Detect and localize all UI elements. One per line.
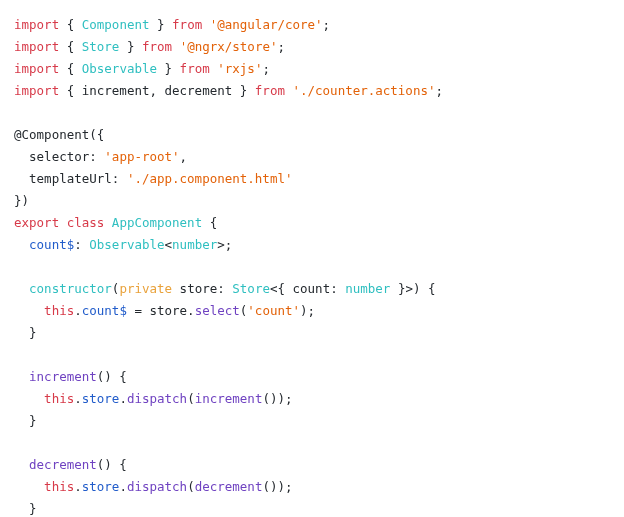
decorator: @Component({ (14, 127, 104, 142)
keyword: export (14, 215, 59, 230)
type: Component (82, 17, 150, 32)
brace-close: } (14, 501, 37, 516)
gt: >; (217, 237, 232, 252)
end: ()); (262, 479, 292, 494)
semicolon: ; (262, 61, 270, 76)
brace-open: { (67, 39, 82, 54)
end: ()); (262, 391, 292, 406)
keyword: from (180, 61, 210, 76)
keyword: import (14, 39, 59, 54)
dot: . (74, 479, 82, 494)
constructor: constructor (29, 281, 112, 296)
dot: . (119, 479, 127, 494)
member: count$ (29, 237, 74, 252)
brace-open: { (67, 17, 82, 32)
paren-brace: () { (97, 457, 127, 472)
brace: { (202, 215, 217, 230)
semicolon: ; (277, 39, 285, 54)
keyword: from (142, 39, 172, 54)
keyword: from (255, 83, 285, 98)
end: ); (300, 303, 315, 318)
semicolon: ; (323, 17, 331, 32)
paren-brace: () { (97, 369, 127, 384)
modifier: private (119, 281, 172, 296)
assign: = store. (127, 303, 195, 318)
dot: . (119, 391, 127, 406)
colon: : (74, 237, 89, 252)
string: './app.component.html' (127, 171, 293, 186)
member: store (82, 479, 120, 494)
property-key: selector: (14, 149, 97, 164)
method-call: dispatch (127, 391, 187, 406)
keyword: from (172, 17, 202, 32)
comma: , (180, 149, 188, 164)
string: '@ngrx/store' (180, 39, 278, 54)
lt: < (165, 237, 173, 252)
method-call: select (195, 303, 240, 318)
space (172, 281, 180, 296)
paren: ( (187, 479, 195, 494)
keyword: this (44, 479, 74, 494)
string: 'app-root' (104, 149, 179, 164)
brace-close: } (149, 17, 164, 32)
brace-close: } (119, 39, 134, 54)
keyword: this (44, 391, 74, 406)
string: '@angular/core' (210, 17, 323, 32)
colon: : (217, 281, 232, 296)
member: count$ (82, 303, 127, 318)
brace-close: } (14, 325, 37, 340)
string: 'rxjs' (217, 61, 262, 76)
method-name: decrement (29, 457, 97, 472)
decorator-close: }) (14, 193, 29, 208)
type: number (345, 281, 390, 296)
keyword: this (44, 303, 74, 318)
member: store (82, 391, 120, 406)
type: Store (82, 39, 120, 54)
type: Observable (82, 61, 157, 76)
brace-close: } (14, 413, 37, 428)
fn-call: increment (195, 391, 263, 406)
keyword: class (67, 215, 105, 230)
string: './counter.actions' (292, 83, 435, 98)
type: number (172, 237, 217, 252)
keyword: import (14, 17, 59, 32)
keyword: import (14, 83, 59, 98)
method-name: increment (29, 369, 97, 384)
brace-open: { (67, 61, 82, 76)
type: Store (232, 281, 270, 296)
paren: ( (187, 391, 195, 406)
paren-brace: ) { (413, 281, 436, 296)
fn-call: decrement (195, 479, 263, 494)
gt: }> (390, 281, 413, 296)
lt: <{ count: (270, 281, 345, 296)
dot: . (74, 303, 82, 318)
brace-close: } (157, 61, 172, 76)
string: 'count' (247, 303, 300, 318)
code-block: import { Component } from '@angular/core… (14, 14, 610, 517)
class-name: AppComponent (112, 215, 202, 230)
property-key: templateUrl: (14, 171, 119, 186)
method-call: dispatch (127, 479, 187, 494)
semicolon: ; (435, 83, 443, 98)
braces: { increment, decrement } (67, 83, 248, 98)
type: Observable (89, 237, 164, 252)
dot: . (74, 391, 82, 406)
param: store (180, 281, 218, 296)
keyword: import (14, 61, 59, 76)
